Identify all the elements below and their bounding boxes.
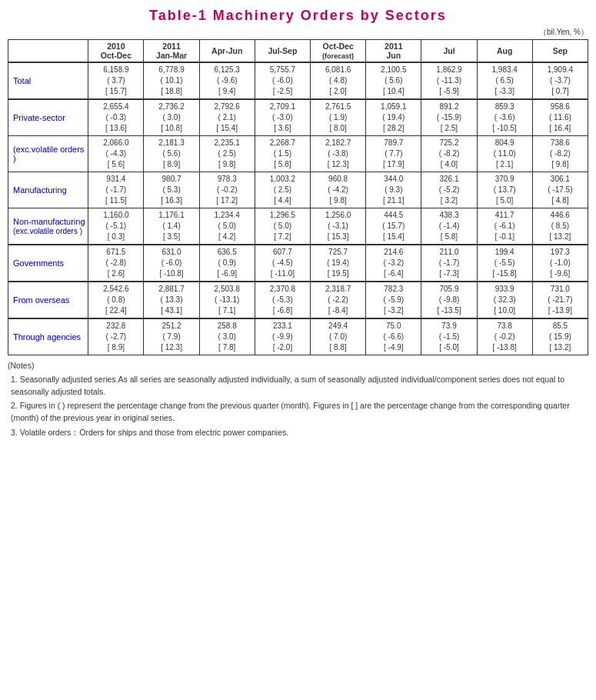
data-cell-3-7: 370.9( 13.7)[ 5.0] [477, 172, 532, 208]
data-cell-0-0: 6,158.9( 3.7)[ 15.7] [88, 62, 144, 99]
data-cell-4-6: 438.3( -1.4)[ 5.8] [421, 208, 477, 245]
data-cell-1-3: 2,709.1( -3.0)[ 3.6] [255, 99, 310, 136]
data-cell-0-3: 5,755.7( -6.0)[ -2.5] [255, 62, 310, 99]
data-cell-1-6: 891.2( -15.9)[ 2.5] [421, 99, 477, 136]
data-cell-0-7: 1,983.4( 6.5)[ -3.3] [477, 62, 532, 99]
row-label-1: Private-sector [8, 99, 88, 136]
header-apr-jun: Apr-Jun [199, 40, 255, 63]
data-cell-7-7: 73.8( -0.2)[ -13.8] [477, 318, 532, 355]
data-cell-7-5: 75.0( -6.6)[ -4.9] [366, 318, 421, 355]
notes-section: (Notes) 1. Seasonally adjusted series.As… [8, 360, 588, 439]
data-cell-5-4: 725.7( 19.4)[ 19.5] [311, 245, 366, 282]
row-label-5: Governments [8, 245, 88, 282]
note-3: 3. Volatile orders：Orders for ships and … [8, 427, 588, 439]
data-cell-4-7: 411.7( -6.1)[ -0.1] [477, 208, 532, 245]
note-1: 1. Seasonally adjusted series.As all ser… [8, 374, 588, 398]
header-jul-sep: Jul-Sep [255, 40, 310, 63]
data-cell-1-1: 2,736.2( 3.0)[ 10.8] [144, 99, 199, 136]
header-2011-jan-mar: 2011Jan-Mar [144, 40, 199, 63]
note-2: 2. Figures in ( ) represent the percenta… [8, 400, 588, 425]
data-cell-3-3: 1,003.2( 2.5)[ 4.4] [255, 172, 310, 208]
data-cell-4-2: 1,234.4( 5.0)[ 4.2] [199, 208, 255, 245]
row-label-4: Non-manufacturing(exc.volatile orders ) [8, 208, 88, 245]
data-cell-2-4: 2,182.7( -3.8)[ 12.3] [311, 136, 366, 172]
row-label-0: Total [8, 62, 88, 99]
data-cell-4-5: 444.5( 15.7)[ 15.4] [366, 208, 421, 245]
data-cell-2-5: 789.7( 7.7)[ 17.9] [366, 136, 421, 172]
data-cell-4-4: 1,256.0( -3.1)[ 15.3] [311, 208, 366, 245]
data-cell-3-0: 931.4( -1.7)[ 11.5] [88, 172, 144, 208]
data-cell-4-3: 1,296.5( 5.0)[ 7.2] [255, 208, 310, 245]
data-cell-5-6: 211.0( -1.7)[ -7.3] [421, 245, 477, 282]
data-cell-2-7: 804.9( 11.0)[ 2.1] [477, 136, 532, 172]
data-cell-3-6: 326.1( -5.2)[ 3.2] [421, 172, 477, 208]
data-cell-0-8: 1,909.4( -3.7)[ 0.7] [532, 62, 588, 99]
row-label-3: Manufacturing [8, 172, 88, 208]
data-cell-6-7: 933.9( 32.3)[ 10.0] [477, 282, 532, 318]
header-oct-dec-forecast: Oct-Dec(forecast) [311, 40, 366, 63]
data-cell-1-4: 2,761.5( 1.9)[ 8.0] [311, 99, 366, 136]
data-cell-7-0: 232.8( -2.7)[ 8.9] [88, 318, 144, 355]
unit-label: （bil.Yen, %） [8, 27, 588, 38]
main-table: 2010Oct-Dec 2011Jan-Mar Apr-Jun Jul-Sep … [8, 39, 588, 355]
data-cell-0-6: 1,862.9( -11.3)[ -5.9] [421, 62, 477, 99]
data-cell-0-5: 2,100.5( 5.6)[ 10.4] [366, 62, 421, 99]
data-cell-2-1: 2,181.3( 5.6)[ 8.9] [144, 136, 199, 172]
data-cell-6-2: 2,503.8( -13.1)[ 7.1] [199, 282, 255, 318]
data-cell-6-1: 2,881.7( 13.3)[ 43.1] [144, 282, 199, 318]
page-title: Table-1 Machinery Orders by Sectors [8, 8, 588, 24]
data-cell-2-3: 2,268.7( 1.5)[ 5.8] [255, 136, 310, 172]
notes-header: (Notes) [8, 360, 588, 372]
data-cell-6-5: 782.3( -5.9)[ -3.2] [366, 282, 421, 318]
data-cell-7-2: 258.8( 3.0)[ 7.8] [199, 318, 255, 355]
data-cell-5-2: 636.5( 0.9)[ -6.9] [199, 245, 255, 282]
data-cell-1-5: 1,059.1( 19.4)[ 28.2] [366, 99, 421, 136]
data-cell-4-8: 446.6( 8.5)[ 13.2] [532, 208, 588, 245]
data-cell-0-1: 6,778.9( 10.1)[ 18.8] [144, 62, 199, 99]
data-cell-2-8: 738.6( -8.2)[ 9.8] [532, 136, 588, 172]
data-cell-4-0: 1,160.0( -5.1)[ 0.3] [88, 208, 144, 245]
data-cell-0-4: 6,081.6( 4.8)[ 2.0] [311, 62, 366, 99]
row-label-6: From overseas [8, 282, 88, 318]
data-cell-1-7: 859.3( -3.6)[ -10.5] [477, 99, 532, 136]
data-cell-7-8: 85.5( 15.9)[ 13.2] [532, 318, 588, 355]
data-cell-2-0: 2,066.0( -4.3)[ 5.6] [88, 136, 144, 172]
data-cell-0-2: 6,125.3( -9.6)[ 9.4] [199, 62, 255, 99]
data-cell-2-2: 2,235.1( 2.5)[ 9.8] [199, 136, 255, 172]
data-cell-6-0: 2,542.6( 0.8)[ 22.4] [88, 282, 144, 318]
data-cell-7-4: 249.4( 7.0)[ 8.8] [311, 318, 366, 355]
data-cell-6-3: 2,370.8( -5.3)[ -6.8] [255, 282, 310, 318]
data-cell-5-3: 607.7( -4.5)[ -11.0] [255, 245, 310, 282]
data-cell-6-8: 731.0( -21.7)[ -13.9] [532, 282, 588, 318]
data-cell-3-8: 306.1( -17.5)[ 4.8] [532, 172, 588, 208]
data-cell-5-1: 631.0( -6.0)[ -10.8] [144, 245, 199, 282]
header-sep: Sep [532, 40, 588, 63]
data-cell-6-6: 705.9( -9.8)[ -13.5] [421, 282, 477, 318]
data-cell-5-8: 197.3( -1.0)[ -9.6] [532, 245, 588, 282]
data-cell-3-4: 960.8( -4.2)[ 9.8] [311, 172, 366, 208]
header-2010-oct-dec: 2010Oct-Dec [88, 40, 144, 63]
data-cell-5-7: 199.4( -5.5)[ -15.8] [477, 245, 532, 282]
header-2011-jun: 2011Jun [366, 40, 421, 63]
data-cell-1-0: 2,655.4( -0.3)[ 13.6] [88, 99, 144, 136]
data-cell-4-1: 1,176.1( 1.4)[ 3.5] [144, 208, 199, 245]
data-cell-3-5: 344.0( 9.3)[ 21.1] [366, 172, 421, 208]
data-cell-5-5: 214.6( -3.2)[ -6.4] [366, 245, 421, 282]
header-label-col [8, 40, 88, 63]
row-label-2: (exc.volatile orders ) [8, 136, 88, 172]
data-cell-7-1: 251.2( 7.9)[ 12.3] [144, 318, 199, 355]
header-jul: Jul [421, 40, 477, 63]
data-cell-1-8: 958.6( 11.6)[ 16.4] [532, 99, 588, 136]
data-cell-5-0: 671.5( -2.8)[ 2.6] [88, 245, 144, 282]
data-cell-6-4: 2,318.7( -2.2)[ -8.4] [311, 282, 366, 318]
data-cell-7-6: 73.9( -1.5)[ -5.0] [421, 318, 477, 355]
data-cell-3-1: 980.7( 5.3)[ 16.3] [144, 172, 199, 208]
data-cell-7-3: 233.1( -9.9)[ -2.0] [255, 318, 310, 355]
row-label-7: Through agencies [8, 318, 88, 355]
data-cell-1-2: 2,792.6( 2.1)[ 15.4] [199, 99, 255, 136]
data-cell-2-6: 725.2( -8.2)[ 4.0] [421, 136, 477, 172]
header-aug: Aug [477, 40, 532, 63]
data-cell-3-2: 978.3( -0.2)[ 17.2] [199, 172, 255, 208]
